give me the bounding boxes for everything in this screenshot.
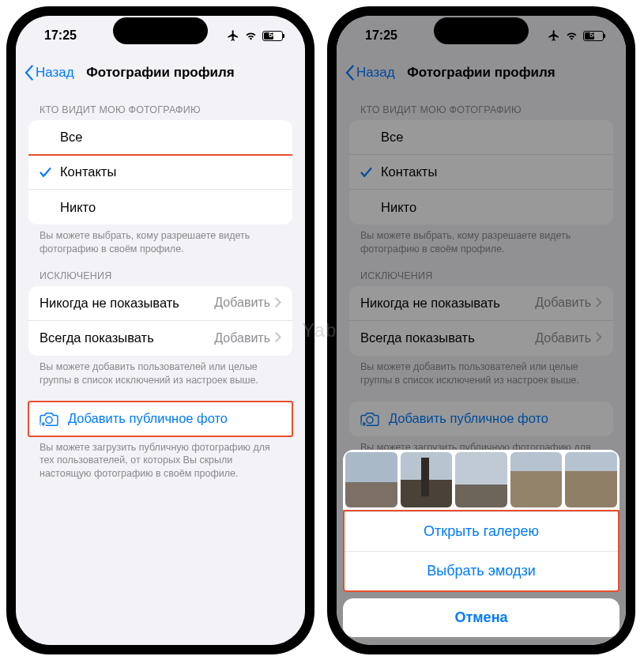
open-gallery-button[interactable]: Открыть галерею: [345, 511, 618, 551]
chevron-right-icon: [596, 296, 602, 311]
recent-photos-strip: [343, 450, 620, 510]
dynamic-island: [113, 17, 208, 44]
visibility-list: Все Контакты Никто: [349, 120, 613, 224]
status-indicators: 56: [548, 29, 604, 42]
never-show-row[interactable]: Никогда не показывать Добавить: [349, 286, 613, 321]
visibility-header: КТО ВИДИТ МОЮ ФОТОГРАФИЮ: [28, 90, 292, 120]
airplane-icon: [548, 29, 560, 42]
photo-thumb[interactable]: [345, 452, 397, 507]
nav-bar: Назад Фотографии профиля: [16, 55, 305, 90]
photo-thumb[interactable]: [565, 452, 617, 507]
cancel-button[interactable]: Отмена: [343, 598, 620, 637]
back-button[interactable]: Назад: [345, 65, 395, 81]
visibility-footer: Вы можете выбрать, кому разрешаете видет…: [349, 224, 613, 256]
exceptions-footer: Вы можете добавить пользователей или цел…: [28, 356, 292, 387]
chevron-left-icon: [24, 65, 34, 81]
exceptions-header: ИСКЛЮЧЕНИЯ: [28, 256, 292, 286]
photo-thumb[interactable]: [455, 452, 507, 507]
airplane-icon: [227, 29, 239, 42]
status-indicators: 56: [227, 29, 283, 42]
add-public-photo-row[interactable]: Добавить публичное фото: [28, 402, 292, 436]
back-label: Назад: [356, 65, 395, 81]
dynamic-island: [434, 17, 529, 44]
svg-point-0: [46, 417, 52, 423]
status-time: 17:25: [365, 28, 397, 43]
action-sheet: Открыть галерею Выбрать эмодзи Отмена: [343, 450, 620, 637]
never-show-row[interactable]: Никогда не показывать Добавить: [28, 286, 292, 321]
photo-thumb[interactable]: [510, 452, 563, 507]
visibility-option-nobody[interactable]: Никто: [28, 190, 292, 224]
visibility-option-contacts[interactable]: Контакты: [28, 155, 292, 190]
exceptions-header: ИСКЛЮЧЕНИЯ: [349, 256, 613, 286]
visibility-option-all[interactable]: Все: [349, 120, 613, 155]
visibility-option-all[interactable]: Все: [28, 120, 292, 155]
wifi-icon: [244, 31, 258, 41]
chevron-left-icon: [345, 65, 355, 81]
choose-emoji-button[interactable]: Выбрать эмодзи: [345, 551, 618, 590]
add-public-photo-list: Добавить публичное фото: [28, 402, 292, 436]
visibility-option-contacts[interactable]: Контакты: [349, 155, 613, 190]
add-public-photo-row[interactable]: Добавить публичное фото: [349, 402, 613, 436]
camera-plus-icon: [360, 411, 379, 427]
camera-plus-icon: [40, 411, 58, 427]
wifi-icon: [565, 31, 578, 41]
chevron-right-icon: [275, 330, 281, 345]
public-photo-footer: Вы можете загрузить публичную фотографию…: [28, 436, 292, 481]
sheet-options: Открыть галерею Выбрать эмодзи: [343, 510, 620, 592]
back-label: Назад: [36, 65, 74, 81]
status-time: 17:25: [44, 28, 77, 43]
add-public-photo-list: Добавить публичное фото: [349, 402, 613, 436]
phone-mockup-left: 17:25 56 Назад Фотографии профиля КТО ВИ…: [6, 6, 314, 654]
battery-icon: 56: [583, 31, 604, 41]
exceptions-list: Никогда не показывать Добавить Всегда по…: [28, 286, 292, 356]
visibility-footer: Вы можете выбрать, кому разрешаете видет…: [28, 224, 292, 256]
back-button[interactable]: Назад: [24, 65, 74, 81]
photo-thumb[interactable]: [401, 452, 453, 507]
chevron-right-icon: [275, 296, 281, 311]
checkmark-icon: [40, 167, 60, 178]
checkmark-icon: [360, 167, 381, 178]
battery-icon: 56: [262, 31, 283, 41]
visibility-header: КТО ВИДИТ МОЮ ФОТОГРАФИЮ: [349, 90, 613, 120]
visibility-list: Все Контакты Никто: [28, 120, 292, 224]
visibility-option-nobody[interactable]: Никто: [349, 190, 613, 224]
chevron-right-icon: [596, 330, 602, 345]
exceptions-footer: Вы можете добавить пользователей или цел…: [349, 356, 613, 387]
phone-mockup-right: 17:25 56 Назад Фотографии профиля КТО ВИ…: [327, 6, 635, 654]
svg-point-2: [367, 417, 373, 423]
always-show-row[interactable]: Всегда показывать Добавить: [28, 321, 292, 356]
exceptions-list: Никогда не показывать Добавить Всегда по…: [349, 286, 613, 356]
always-show-row[interactable]: Всегда показывать Добавить: [349, 321, 613, 356]
nav-bar: Назад Фотографии профиля: [337, 55, 626, 90]
